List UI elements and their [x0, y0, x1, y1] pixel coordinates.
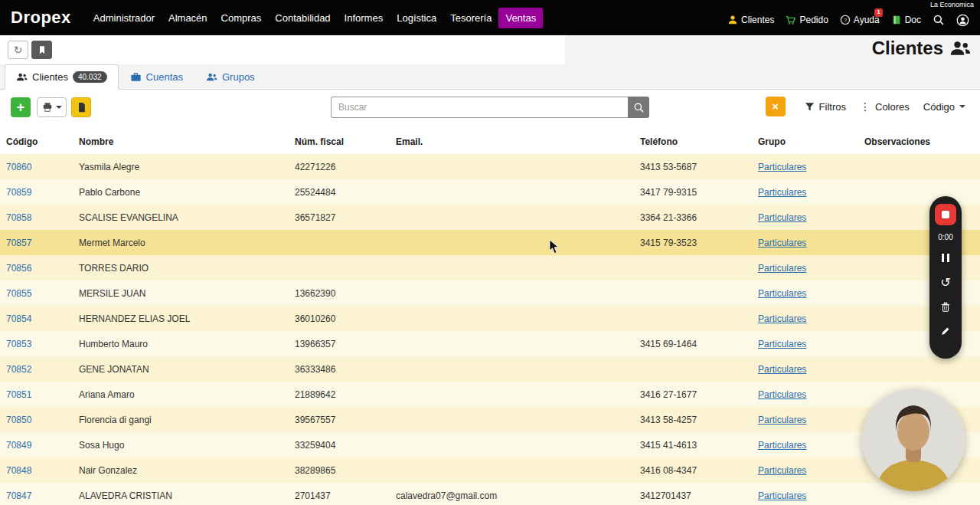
table-row[interactable]: 70859 Pablo Carbone 25524484 3417 79-931…: [0, 179, 980, 205]
client-group-link[interactable]: Particulares: [758, 465, 864, 476]
client-group-link[interactable]: Particulares: [758, 212, 864, 223]
client-code: 70856: [6, 263, 31, 274]
filters-button[interactable]: Filtros: [798, 98, 853, 116]
table-row[interactable]: 70850 Florencia di gangi 39567557 3413 5…: [0, 407, 980, 432]
column-header-observaciones[interactable]: Observaciones: [864, 136, 980, 147]
client-group-link[interactable]: Particulares: [758, 339, 864, 349]
client-group-link[interactable]: Particulares: [758, 440, 864, 451]
table-row[interactable]: 70856 TORRES DARIO Particulares: [0, 255, 980, 280]
add-client-button[interactable]: +: [11, 97, 31, 117]
column-header-codigo[interactable]: Código: [6, 136, 79, 147]
refresh-button[interactable]: ↻: [8, 41, 28, 59]
table-row[interactable]: 70853 Humberto Mauro 13966357 3415 69-14…: [0, 331, 980, 356]
column-header-fiscal[interactable]: Núm. fiscal: [295, 136, 396, 147]
draw-button[interactable]: [935, 323, 956, 339]
restart-button[interactable]: ↺: [935, 274, 956, 290]
client-code-link[interactable]: 70858: [6, 212, 79, 223]
client-code-link[interactable]: 70848: [6, 465, 79, 476]
nav-item[interactable]: Tesorería: [443, 8, 498, 28]
table-row[interactable]: 70847 ALAVEDRA CRISTIAN 2701437 calavedr…: [0, 483, 980, 505]
nav-item[interactable]: Logística: [390, 8, 443, 28]
client-group: Particulares: [758, 187, 806, 198]
brand-logo[interactable]: Dropex: [0, 8, 87, 28]
tab-grupos-label: Grupos: [222, 71, 255, 83]
client-code-link[interactable]: 70851: [6, 389, 79, 400]
nav-item[interactable]: Informes: [338, 8, 390, 28]
topbar-clientes-link[interactable]: Clientes: [727, 15, 774, 25]
nav-item[interactable]: Compras: [214, 8, 269, 28]
client-code-link[interactable]: 70856: [6, 263, 79, 274]
client-group-link[interactable]: Particulares: [758, 162, 864, 172]
client-group-link[interactable]: Particulares: [758, 364, 864, 375]
topbar-pedido-link[interactable]: Pedido: [786, 15, 828, 25]
client-group-link[interactable]: Particulares: [758, 263, 864, 274]
table-row[interactable]: 70860 Yasmila Alegre 42271226 3413 53-56…: [0, 154, 980, 179]
clear-button[interactable]: ×: [766, 97, 786, 116]
column-header-telefono[interactable]: Teléfono: [640, 136, 758, 147]
refresh-icon: ↻: [14, 44, 23, 55]
table-row[interactable]: 70851 Ariana Amaro 21889642 3416 27-1677…: [0, 382, 980, 407]
topbar-doc-link[interactable]: Doc: [891, 15, 921, 25]
client-group-link[interactable]: Particulares: [758, 490, 864, 501]
print-button[interactable]: [37, 97, 67, 117]
client-code-link[interactable]: 70850: [6, 415, 79, 425]
client-fiscal-number: 13662390: [295, 288, 396, 299]
client-code-link[interactable]: 70857: [6, 238, 79, 248]
client-code-link[interactable]: 70860: [6, 162, 79, 172]
topbar-ayuda-link[interactable]: 1 ? Ayuda: [840, 15, 880, 25]
client-group-link[interactable]: Particulares: [758, 415, 864, 425]
nav-item[interactable]: Ventas: [498, 8, 543, 28]
colors-label: Colores: [875, 101, 910, 113]
tab-clientes[interactable]: Clientes 40.032: [5, 64, 119, 90]
client-fiscal-number: 36010260: [295, 313, 396, 324]
client-code-link[interactable]: 70855: [6, 288, 79, 299]
nav-item[interactable]: Administrador: [87, 8, 162, 28]
client-group: Particulares: [758, 415, 806, 425]
table-row[interactable]: 70849 Sosa Hugo 33259404 3415 41-4613 Pa…: [0, 432, 980, 457]
client-group: Particulares: [758, 339, 806, 349]
client-code-link[interactable]: 70847: [6, 490, 79, 501]
client-group-link[interactable]: Particulares: [758, 288, 864, 299]
client-code-link[interactable]: 70853: [6, 339, 79, 349]
account-button[interactable]: [956, 14, 969, 27]
client-code-link[interactable]: 70859: [6, 187, 79, 198]
stop-recording-button[interactable]: [935, 204, 956, 225]
tab-grupos[interactable]: Grupos: [194, 64, 266, 90]
client-group-link[interactable]: Particulares: [758, 389, 864, 400]
client-code-link[interactable]: 70854: [6, 313, 79, 324]
column-header-email[interactable]: Email.: [396, 136, 640, 147]
client-code-link[interactable]: 70852: [6, 364, 79, 375]
topbar-quick-links: Clientes Pedido 1 ? Ayuda Doc: [727, 9, 980, 27]
column-header-nombre[interactable]: Nombre: [79, 136, 295, 147]
delete-recording-button[interactable]: [935, 298, 956, 315]
recorder-time: 0:00: [938, 233, 952, 241]
filters-label: Filtros: [819, 101, 846, 113]
table-row[interactable]: 70857 Mermet Marcelo 3415 79-3523 Partic…: [0, 230, 980, 255]
table-row[interactable]: 70854 HERNANDEZ ELIAS JOEL 36010260 Part…: [0, 306, 980, 331]
export-button[interactable]: [71, 97, 91, 117]
codigo-dropdown[interactable]: Código: [916, 98, 972, 116]
table-row[interactable]: 70852 GENE JONATAN 36333486 Particulares: [0, 356, 980, 382]
client-group-link[interactable]: Particulares: [758, 238, 864, 248]
nav-item-label: Logística: [397, 12, 436, 24]
tab-cuentas[interactable]: Cuentas: [119, 64, 194, 90]
webcam-bubble[interactable]: [862, 389, 965, 491]
table-row[interactable]: 70858 SCALISE EVANGELINA 36571827 3364 2…: [0, 205, 980, 230]
search-input[interactable]: [331, 97, 628, 118]
client-name: SCALISE EVANGELINA: [79, 212, 295, 223]
bookmark-button[interactable]: [31, 41, 52, 59]
topbar-search-button[interactable]: [933, 14, 945, 26]
nav-item[interactable]: Almacén: [162, 8, 214, 28]
colors-button[interactable]: ⋮ Colores: [853, 97, 916, 116]
svg-text:?: ?: [844, 17, 848, 24]
client-code-link[interactable]: 70849: [6, 440, 79, 451]
table-row[interactable]: 70848 Nair Gonzalez 38289865 3416 08-434…: [0, 457, 980, 483]
nav-item[interactable]: Contabilidad: [268, 8, 337, 28]
nav-item-label: Almacén: [168, 12, 207, 24]
search-button[interactable]: [628, 97, 649, 118]
column-header-grupo[interactable]: Grupo: [758, 136, 864, 147]
client-group-link[interactable]: Particulares: [758, 313, 864, 324]
client-group-link[interactable]: Particulares: [758, 187, 864, 198]
pause-button[interactable]: [935, 249, 956, 266]
table-row[interactable]: 70855 MERSILE JUAN 13662390 Particulares: [0, 280, 980, 306]
